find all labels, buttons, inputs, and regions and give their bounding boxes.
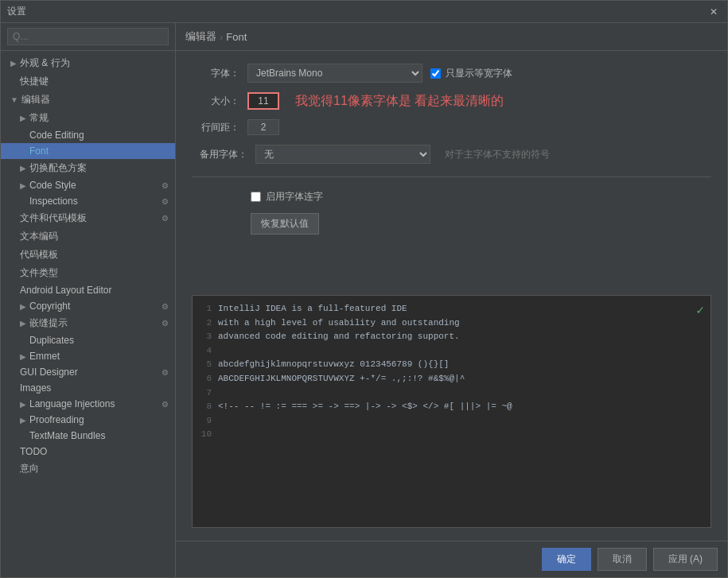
ok-button[interactable]: 确定 <box>542 548 591 571</box>
arrow-icon: ▶ <box>20 352 26 361</box>
breadcrumb-parent: 编辑器 <box>185 29 216 44</box>
arrow-icon: ▶ <box>20 400 26 409</box>
preview-area: ✓ 1 IntelliJ IDEA is a full-featured IDE… <box>192 295 711 528</box>
sidebar-item-textmate[interactable]: TextMate Bundles <box>1 428 175 444</box>
separator <box>192 177 711 177</box>
ligature-checkbox[interactable] <box>251 192 261 202</box>
checkmark-icon: ✓ <box>696 302 704 318</box>
monospace-only-checkbox[interactable] <box>430 68 441 79</box>
preview-line-2: 2 with a high level of usability and out… <box>199 316 704 331</box>
restore-button[interactable]: 恢复默认值 <box>251 213 319 235</box>
main-content: ▶ 外观 & 行为 快捷键 ▼ 编辑器 ▶ 常规 <box>1 23 727 577</box>
search-box <box>1 23 175 51</box>
sidebar-item-lang-injections[interactable]: ▶ Language Injections ⚙ <box>1 396 175 412</box>
close-button[interactable]: ✕ <box>707 6 721 17</box>
line-spacing-label: 行间距： <box>192 121 239 134</box>
settings-window: 设置 ✕ ▶ 外观 & 行为 快捷键 ▼ 编辑器 <box>0 0 728 578</box>
size-label: 大小： <box>192 95 239 108</box>
size-input[interactable]: 11 <box>247 92 279 110</box>
badge-icon: ⚙ <box>162 181 169 190</box>
breadcrumb-separator: › <box>220 31 223 43</box>
badge-icon: ⚙ <box>162 302 169 311</box>
breadcrumb: 编辑器 › Font <box>176 23 727 51</box>
badge-icon: ⚙ <box>162 214 169 223</box>
sidebar-item-code-style[interactable]: ▶ Code Style ⚙ <box>1 177 175 193</box>
sidebar-item-gui-designer[interactable]: GUI Designer ⚙ <box>1 364 175 380</box>
restore-row: 恢复默认值 <box>192 213 711 235</box>
line-spacing-row: 行间距： 2 <box>192 119 711 135</box>
sidebar-item-code-editing[interactable]: Code Editing <box>1 127 175 143</box>
sidebar-item-inlay-hints[interactable]: ▶ 嵌缝提示 ⚙ <box>1 314 175 332</box>
sidebar-item-color-scheme[interactable]: ▶ 切换配色方案 <box>1 159 175 177</box>
sidebar-tree: ▶ 外观 & 行为 快捷键 ▼ 编辑器 ▶ 常规 <box>1 51 175 577</box>
sidebar-item-code-templates[interactable]: 代码模板 <box>1 246 175 264</box>
monospace-checkbox-row: 只显示等宽字体 <box>430 67 512 80</box>
sidebar-item-file-types[interactable]: 文件类型 <box>1 264 175 282</box>
sidebar: ▶ 外观 & 行为 快捷键 ▼ 编辑器 ▶ 常规 <box>1 23 176 577</box>
arrow-icon: ▶ <box>20 319 26 328</box>
sidebar-item-editor[interactable]: ▼ 编辑器 <box>1 91 175 109</box>
fallback-hint: 对于主字体不支持的符号 <box>445 148 550 161</box>
sidebar-item-inspections[interactable]: Inspections ⚙ <box>1 193 175 209</box>
bottom-bar: 确定 取消 应用 (A) <box>176 541 727 577</box>
sidebar-item-intention[interactable]: 意向 <box>1 460 175 478</box>
sidebar-item-file-encoding[interactable]: 文本编码 <box>1 227 175 246</box>
titlebar: 设置 ✕ <box>1 1 727 23</box>
arrow-icon: ▶ <box>20 181 26 190</box>
settings-content: 字体： JetBrains Mono 只显示等宽字体 大小： 11 我觉得11像… <box>176 51 727 295</box>
badge-icon: ⚙ <box>162 400 169 409</box>
badge-icon: ⚙ <box>162 319 169 328</box>
arrow-icon: ▼ <box>10 95 18 104</box>
sidebar-item-file-templates[interactable]: 文件和代码模板 ⚙ <box>1 209 175 227</box>
sidebar-item-proofreading[interactable]: ▶ Proofreading <box>1 412 175 428</box>
preview-line-10: 10 <box>199 428 704 442</box>
preview-line-5: 5 abcdefghijklmnopqrstuvwxyz 0123456789 … <box>199 358 704 372</box>
arrow-icon: ▶ <box>20 302 26 311</box>
preview-line-1: 1 IntelliJ IDEA is a full-featured IDE <box>199 302 704 316</box>
line-spacing-input[interactable]: 2 <box>247 119 279 135</box>
arrow-icon: ▶ <box>20 114 26 122</box>
sidebar-item-android-layout[interactable]: Android Layout Editor <box>1 282 175 298</box>
sidebar-item-images[interactable]: Images <box>1 380 175 396</box>
monospace-only-label: 只显示等宽字体 <box>446 67 512 80</box>
arrow-icon: ▶ <box>10 59 17 68</box>
sidebar-item-font[interactable]: Font <box>1 143 175 159</box>
size-annotation: 我觉得11像素字体是 看起来最清晰的 <box>295 93 504 110</box>
apply-button[interactable]: 应用 (A) <box>653 548 718 571</box>
window-title: 设置 <box>7 5 26 18</box>
sidebar-item-general[interactable]: ▶ 常规 <box>1 109 175 127</box>
right-panel: 编辑器 › Font 字体： JetBrains Mono 只显示等宽字体 <box>176 23 727 577</box>
preview-line-8: 8 <!-- -- != := === >= -> ==> |-> -> <$>… <box>199 400 704 414</box>
arrow-icon: ▶ <box>20 416 26 425</box>
font-select[interactable]: JetBrains Mono <box>247 64 422 83</box>
preview-line-6: 6 ABCDEFGHIJKLMNOPQRSTUVWXYZ +-*/= .,;:!… <box>199 372 704 386</box>
sidebar-item-appearance[interactable]: ▶ 外观 & 行为 <box>1 54 175 72</box>
ligature-label: 启用字体连字 <box>266 190 323 204</box>
font-row: 字体： JetBrains Mono 只显示等宽字体 <box>192 64 711 83</box>
sidebar-item-keymap[interactable]: 快捷键 <box>1 72 175 91</box>
badge-icon: ⚙ <box>162 368 169 377</box>
preview-line-9: 9 <box>199 414 704 429</box>
badge-icon: ⚙ <box>162 197 169 206</box>
ligature-row: 启用字体连字 <box>192 190 711 204</box>
preview-line-4: 4 <box>199 344 704 359</box>
search-input[interactable] <box>7 28 169 45</box>
fallback-label: 备用字体： <box>192 148 247 161</box>
sidebar-item-copyright[interactable]: ▶ Copyright ⚙ <box>1 298 175 314</box>
preview-line-7: 7 <box>199 386 704 401</box>
sidebar-item-duplicates[interactable]: Duplicates <box>1 332 175 348</box>
font-label: 字体： <box>192 67 239 80</box>
sidebar-item-todo[interactable]: TODO <box>1 444 175 460</box>
preview-line-3: 3 advanced code editing and refactoring … <box>199 330 704 344</box>
fallback-row: 备用字体： 无 对于主字体不支持的符号 <box>192 145 711 164</box>
arrow-icon: ▶ <box>20 164 26 173</box>
size-row: 大小： 11 我觉得11像素字体是 看起来最清晰的 <box>192 92 711 110</box>
breadcrumb-current: Font <box>226 31 247 43</box>
sidebar-item-emmet[interactable]: ▶ Emmet <box>1 348 175 364</box>
cancel-button[interactable]: 取消 <box>598 548 647 571</box>
fallback-select[interactable]: 无 <box>255 145 430 164</box>
